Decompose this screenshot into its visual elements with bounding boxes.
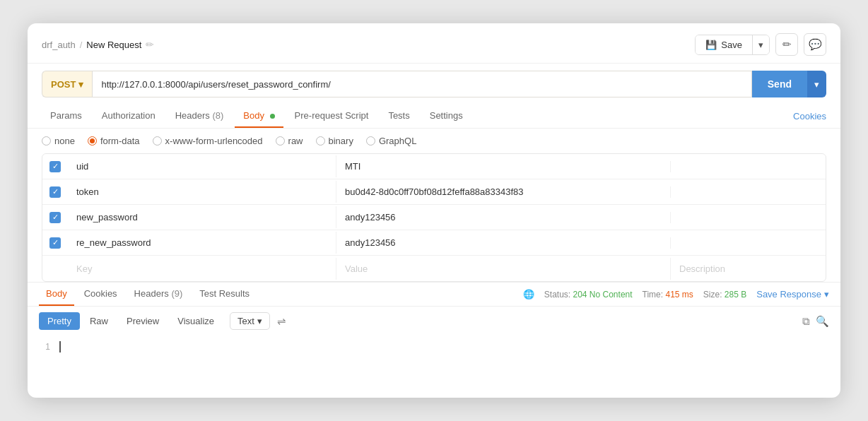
row-uid-value[interactable]: MTI [336,155,670,177]
response-tab-cookies[interactable]: Cookies [77,283,124,306]
row-token-description[interactable] [670,186,826,198]
row-new-password-value[interactable]: andy123456 [336,206,670,228]
body-option-form-data-label: form-data [100,136,140,146]
row-uid-check[interactable]: ✓ [42,161,68,172]
row-new-password-description[interactable] [670,212,826,223]
row-uid-description[interactable] [670,161,826,172]
search-icon[interactable]: 🔍 [816,315,829,328]
url-input[interactable] [92,71,751,97]
text-format-dropdown-icon: ▾ [257,316,262,326]
response-headers-label: Headers [134,288,169,299]
save-label: Save [721,40,742,50]
row-placeholder-value[interactable]: Value [336,258,670,280]
request-name: New Request [86,40,141,50]
checkbox-uid[interactable]: ✓ [49,161,61,172]
copy-icon[interactable]: ⧉ [802,315,810,328]
save-dropdown-button[interactable]: ▾ [752,35,769,54]
table-row: Key Value Description [42,256,826,281]
save-response-button[interactable]: Save Response ▾ [756,289,829,300]
body-option-graphql[interactable]: GraphQL [366,136,416,146]
body-option-none-label: none [54,136,75,146]
row-re-new-password-check[interactable]: ✓ [42,237,68,249]
row-uid-key[interactable]: uid [68,155,336,177]
view-tab-preview[interactable]: Preview [118,312,168,330]
breadcrumb-separator: / [80,40,83,50]
response-tab-test-results[interactable]: Test Results [192,283,257,306]
checkbox-re-new-password[interactable]: ✓ [49,237,61,249]
time-label: Time: 415 ms [643,290,693,300]
row-token-value[interactable]: bu0d42-8d0c0ff70bf08d12feffa88a83343f83 [336,181,670,203]
tab-params[interactable]: Params [42,105,90,128]
cookies-link[interactable]: Cookies [793,111,826,121]
row-re-new-password-description[interactable] [670,237,826,249]
save-icon: 💾 [705,40,717,50]
body-option-binary[interactable]: binary [316,136,353,146]
status-value: 204 No Content [573,290,633,300]
radio-binary-dot [316,136,325,146]
tab-pre-request-script[interactable]: Pre-request Script [286,105,377,128]
status-label: Status: 204 No Content [544,290,633,300]
title-bar-left: drf_auth / New Request ✏ [42,39,154,50]
radio-form-data-dot [88,136,97,146]
size-label: Size: 285 B [703,290,746,300]
title-bar: drf_auth / New Request ✏ 💾 Save ▾ ✏ 💬 [28,23,840,64]
save-button-group: 💾 Save ▾ [695,35,770,55]
tab-authorization[interactable]: Authorization [93,105,164,128]
collection-name: drf_auth [42,40,76,50]
method-dropdown-icon: ▾ [78,79,83,90]
time-value: 415 ms [665,290,693,300]
body-option-form-data[interactable]: form-data [88,136,140,146]
body-option-graphql-label: GraphQL [379,136,416,146]
row-re-new-password-value[interactable]: andy123456 [336,232,670,254]
row-placeholder-description[interactable]: Description [670,258,826,280]
main-window: drf_auth / New Request ✏ 💾 Save ▾ ✏ 💬 [28,23,840,398]
save-button[interactable]: 💾 Save [696,35,752,54]
table-row: ✓ uid MTI [42,154,826,179]
send-button[interactable]: Send [752,71,807,97]
send-button-group: Send ▾ [752,71,826,97]
method-select[interactable]: POST ▾ [42,71,92,97]
row-placeholder-key[interactable]: Key [68,258,336,280]
view-tab-raw[interactable]: Raw [81,312,117,330]
view-tab-pretty[interactable]: Pretty [39,312,80,330]
row-re-new-password-key[interactable]: re_new_password [68,232,336,254]
radio-none-dot [42,136,51,146]
edit-request-name-icon[interactable]: ✏ [146,39,154,50]
tab-settings[interactable]: Settings [421,105,471,128]
globe-icon: 🌐 [523,289,534,300]
title-bar-right: 💾 Save ▾ ✏ 💬 [695,33,826,56]
table-row: ✓ re_new_password andy123456 [42,230,826,256]
response-headers-badge: (9) [171,288,182,299]
tab-body[interactable]: Body [235,105,283,128]
comment-icon-button[interactable]: 💬 [804,33,826,56]
form-table: ✓ uid MTI ✓ token bu0d42-8d0c0ff70bf08d1… [42,153,826,282]
send-dropdown-button[interactable]: ▾ [807,71,826,97]
url-bar: POST ▾ Send ▾ [28,64,840,105]
row-token-key[interactable]: token [68,181,336,203]
row-token-check[interactable]: ✓ [42,186,68,198]
tab-body-label: Body [243,110,264,121]
checkbox-token[interactable]: ✓ [49,186,61,198]
edit-icon-button[interactable]: ✏ [775,33,798,56]
body-option-raw[interactable]: raw [276,136,303,146]
tab-body-dot [270,114,275,119]
response-tab-body[interactable]: Body [39,283,74,306]
save-response-label: Save Response [756,289,821,300]
method-label: POST [51,79,76,90]
tab-headers[interactable]: Headers (8) [167,105,233,128]
wrap-icon[interactable]: ⇌ [277,315,286,328]
radio-graphql-dot [366,136,375,146]
checkbox-new-password[interactable]: ✓ [49,212,61,223]
row-new-password-check[interactable]: ✓ [42,212,68,223]
body-option-raw-label: raw [288,136,303,146]
save-response-dropdown-icon: ▾ [824,289,829,300]
body-option-none[interactable]: none [42,136,75,146]
text-format-dropdown[interactable]: Text ▾ [230,312,270,330]
body-option-urlencoded[interactable]: x-www-form-urlencoded [153,136,263,146]
response-tab-headers[interactable]: Headers (9) [127,283,190,306]
tab-tests[interactable]: Tests [380,105,418,128]
view-tab-visualize[interactable]: Visualize [169,312,223,330]
body-option-urlencoded-label: x-www-form-urlencoded [165,136,263,146]
row-new-password-key[interactable]: new_password [68,206,336,228]
body-options: none form-data x-www-form-urlencoded raw… [28,129,840,153]
